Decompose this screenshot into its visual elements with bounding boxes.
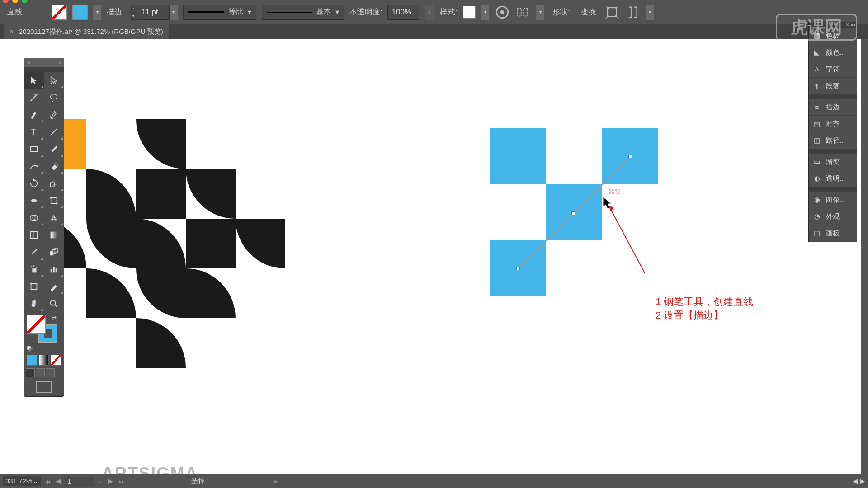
zoom-tool[interactable]	[44, 295, 64, 312]
mesh-tool[interactable]	[24, 226, 44, 244]
opacity-value[interactable]: 100%	[387, 5, 419, 20]
eyedropper-tool[interactable]	[24, 244, 44, 261]
color-icon: ◣	[812, 48, 821, 57]
style-dropdown[interactable]: ▾	[481, 5, 489, 20]
line-tool[interactable]	[44, 123, 64, 141]
rectangle-tool[interactable]	[24, 141, 44, 158]
style-swatch[interactable]	[463, 6, 476, 19]
document-tab[interactable]: ✕ 20201127操作.ai* @ 331.72% (RGB/GPU 预览)	[4, 24, 169, 39]
column-graph-tool[interactable]	[44, 261, 64, 278]
anchor-point[interactable]	[571, 211, 575, 215]
swatch-dropdown[interactable]: ▾	[93, 5, 101, 20]
fill-color-swatch[interactable]	[52, 5, 67, 20]
screen-mode-button[interactable]	[36, 381, 52, 393]
rotate-tool[interactable]	[24, 175, 44, 192]
fill-indicator[interactable]	[27, 315, 46, 334]
panel-image[interactable]: ◉图像...	[809, 192, 857, 208]
panel-color[interactable]: ◣颜色...	[809, 44, 857, 61]
panel-align[interactable]: ▤对齐	[809, 116, 857, 132]
draw-inside[interactable]	[46, 368, 55, 377]
pen-tool[interactable]	[24, 106, 44, 123]
toolbox-grip[interactable]	[24, 67, 64, 72]
window-traffic-lights	[3, 0, 28, 3]
width-tool[interactable]	[24, 192, 44, 209]
shape-label[interactable]: 形状:	[550, 7, 573, 17]
gradient-tool[interactable]	[44, 226, 64, 244]
selection-tool[interactable]	[24, 72, 44, 89]
opacity-dropdown[interactable]: ›	[425, 5, 434, 20]
blend-tool[interactable]	[44, 244, 64, 261]
draw-behind[interactable]	[36, 368, 45, 377]
color-mode-solid[interactable]	[27, 355, 37, 366]
canvas[interactable]: 路径 1 钢笔工具，创建直线 2 设置【描边】 ARTSIGMA D UP	[0, 39, 861, 474]
vertical-scrollbar[interactable]	[861, 39, 868, 474]
next-artboard-btn[interactable]: ▶	[106, 477, 115, 485]
maximize-window[interactable]	[22, 0, 28, 3]
paragraph-icon: ¶	[812, 81, 821, 90]
transform-label[interactable]: 变换	[578, 7, 599, 17]
minimize-window[interactable]	[12, 0, 18, 3]
anchor-point[interactable]	[516, 267, 520, 270]
panel-paragraph[interactable]: ¶段落	[809, 78, 857, 94]
svg-rect-20	[51, 198, 57, 204]
logo-shape	[186, 169, 236, 219]
default-fs[interactable]	[24, 346, 64, 355]
shaper-tool[interactable]	[24, 158, 44, 175]
artboard-dropdown[interactable]: ⌄	[95, 477, 104, 485]
stroke-weight-stepper[interactable]: ▴▾	[130, 5, 137, 20]
type-tool[interactable]: T	[24, 123, 44, 141]
color-mode-gradient[interactable]	[39, 355, 49, 366]
direct-selection-tool[interactable]	[44, 72, 64, 89]
close-tab-icon[interactable]: ✕	[9, 28, 14, 35]
first-artboard-btn[interactable]: ⏮	[43, 478, 52, 485]
stroke-weight-value[interactable]: 11 pt	[137, 5, 170, 20]
zoom-value[interactable]: 331.72%⌄	[3, 476, 41, 486]
blue-square[interactable]	[490, 128, 546, 184]
toolbox-header[interactable]: ✕ «	[24, 58, 64, 67]
shape-builder-tool[interactable]	[24, 209, 44, 226]
prev-artboard-btn[interactable]: ◀	[54, 477, 63, 485]
paintbrush-tool[interactable]	[44, 141, 64, 158]
draw-normal[interactable]	[26, 368, 35, 377]
svg-rect-14	[31, 147, 38, 152]
color-mode-none[interactable]	[51, 355, 61, 366]
panel-pathfinder[interactable]: ◫路径...	[809, 132, 857, 149]
eraser-tool[interactable]	[44, 158, 64, 175]
hand-tool[interactable]	[24, 295, 44, 312]
panel-appearance[interactable]: ◔外观	[809, 208, 857, 225]
status-scroll-right[interactable]: ◀▶	[853, 477, 865, 485]
align-icon[interactable]	[515, 5, 531, 20]
symbol-sprayer-tool[interactable]	[24, 261, 44, 278]
stroke-weight-input[interactable]: ▴▾ 11 pt ▾	[130, 5, 178, 20]
anchor-point[interactable]	[628, 155, 632, 158]
panel-gradient[interactable]: ▭渐变	[809, 154, 857, 170]
close-window[interactable]	[3, 0, 9, 3]
isolate-icon[interactable]	[604, 5, 620, 20]
stroke-color-swatch[interactable]	[72, 5, 88, 20]
scale-tool[interactable]	[44, 175, 64, 192]
artboard-number[interactable]: 1	[65, 477, 94, 486]
panel-stroke[interactable]: ≡描边	[809, 99, 857, 116]
panel-artboards[interactable]: ▢画板	[809, 225, 857, 242]
options-icon[interactable]	[625, 5, 641, 20]
watermark: 虎课网	[776, 14, 857, 41]
recolor-icon[interactable]	[495, 5, 510, 20]
perspective-grid-tool[interactable]	[44, 209, 64, 226]
curvature-tool[interactable]	[44, 106, 64, 123]
panel-character[interactable]: A字符	[809, 61, 857, 78]
stroke-profile-select[interactable]: 等比 ▾	[183, 5, 256, 20]
swap-fill-stroke-icon[interactable]: ⇄	[52, 315, 57, 321]
svg-rect-21	[50, 197, 52, 199]
options-dropdown[interactable]: ▾	[646, 5, 654, 20]
free-transform-tool[interactable]	[44, 192, 64, 209]
brush-select[interactable]: 基本 ▾	[262, 5, 344, 20]
magic-wand-tool[interactable]	[24, 89, 44, 106]
logo-shape	[86, 219, 136, 268]
last-artboard-btn[interactable]: ⏭	[117, 478, 126, 485]
align-dropdown[interactable]: ▾	[536, 5, 544, 20]
lasso-tool[interactable]	[44, 89, 64, 106]
artboard-tool[interactable]	[24, 278, 44, 295]
stroke-weight-dropdown[interactable]: ▾	[170, 5, 178, 20]
panel-transparency[interactable]: ◐透明...	[809, 170, 857, 187]
slice-tool[interactable]	[44, 278, 64, 295]
